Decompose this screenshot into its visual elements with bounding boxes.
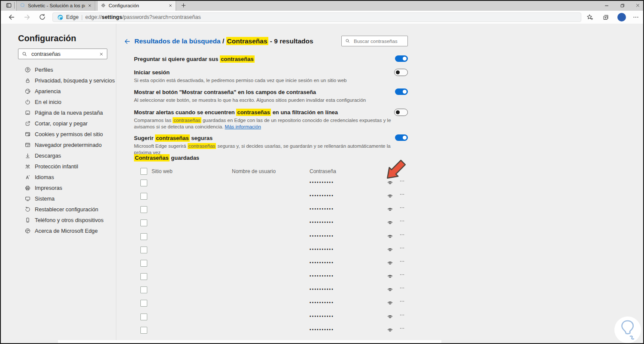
show-password-button[interactable] [386,246,394,253]
sidebar-item-en-el-inicio[interactable]: En el inicio [24,97,115,107]
forward-button[interactable] [23,13,31,21]
collections-button[interactable] [602,13,610,21]
row-checkbox[interactable] [140,233,147,240]
row-checkbox[interactable] [140,206,147,213]
toggle-save-passwords[interactable] [395,55,408,62]
sidebar-item-descargas[interactable]: Descargas [24,150,115,161]
row-more-button[interactable] [399,245,405,253]
row-more-button[interactable] [399,271,405,279]
search-icon [345,38,350,44]
sidebar-item-apariencia[interactable]: Apariencia [24,86,115,97]
browser-menu-button[interactable] [632,13,640,21]
back-to-settings-button[interactable] [124,38,131,45]
row-checkbox[interactable] [140,314,147,320]
password-mask: •••••••••• [310,314,334,319]
sidebar-item-teléfono-y-otros-dispositivos[interactable]: Teléfono y otros dispositivos [24,215,115,225]
row-more-button[interactable] [399,258,405,266]
row-checkbox[interactable] [140,286,147,293]
show-password-button[interactable] [386,299,394,306]
password-mask: •••••••••• [310,287,334,292]
sidebar-item-acerca-de-microsoft-edge[interactable]: Acerca de Microsoft Edge [24,225,115,236]
password-mask: •••••••••• [310,300,334,305]
tab-configuracion[interactable]: Configuración [97,0,176,11]
sidebar-item-restablecer-configuración[interactable]: Restablecer configuración [24,204,115,215]
password-search-box[interactable] [341,36,408,46]
page-title: Configuración [18,33,76,43]
monitor-icon [24,195,31,202]
row-more-button[interactable] [399,191,405,199]
row-more-button[interactable] [399,298,405,306]
clear-search-icon[interactable] [99,52,104,57]
row-checkbox[interactable] [140,260,147,267]
row-more-button[interactable] [399,285,405,292]
row-more-button[interactable] [399,218,405,225]
show-password-button[interactable] [386,272,394,280]
show-password-button[interactable] [386,259,394,266]
row-checkbox[interactable] [140,219,147,226]
row-more-button[interactable] [399,325,405,333]
close-icon[interactable] [168,3,173,8]
address-bar[interactable]: Edge | edge://settings/passwords?search=… [52,12,581,22]
settings-search-box[interactable] [18,49,107,59]
show-password-button[interactable] [386,286,394,293]
sidebar-item-navegador-predeterminado[interactable]: Navegador predeterminado [24,140,115,150]
show-password-button[interactable] [386,219,394,226]
annotation-arrow [383,154,410,181]
favorites-add-button[interactable] [586,13,594,21]
show-password-button[interactable] [386,205,394,213]
refresh-icon [39,13,46,21]
new-tab-button[interactable] [180,2,187,9]
toggle-suggest-passwords[interactable] [395,134,408,141]
sidebar-item-perfiles[interactable]: Perfiles [24,64,115,75]
setting-description: Al seleccionar este botón, se muestra lo… [134,97,392,104]
show-password-button[interactable] [386,313,394,320]
setting-description: Microsoft Edge sugerirá contraseñas segu… [134,143,392,156]
minimize-button[interactable] [599,0,614,11]
close-icon [635,3,641,8]
restore-button[interactable] [615,0,630,11]
profile-avatar[interactable] [617,13,626,21]
row-checkbox[interactable] [140,327,147,334]
sidebar-item-privacidad-búsqueda-y-servicios[interactable]: Privacidad, búsqueda y servicios [24,75,115,86]
row-more-button[interactable] [399,231,405,239]
row-more-button[interactable] [399,312,405,320]
password-row: •••••••••• [134,323,409,337]
sidebar-item-sistema[interactable]: Sistema [24,193,115,204]
setting-title: Mostrar el botón "Mostrar contraseña" en… [134,89,409,95]
close-icon[interactable] [88,3,92,8]
row-checkbox[interactable] [140,193,147,200]
eye-icon [386,313,394,320]
sidebar-item-página-de-la-nueva-pestaña[interactable]: Página de la nueva pestaña [24,107,115,118]
show-password-button[interactable] [386,192,394,199]
sidebar-item-impresoras[interactable]: Impresoras [24,183,115,193]
tab-actions-button[interactable] [5,2,12,9]
toggle-leak-alerts[interactable] [394,109,408,116]
settings-search-input[interactable] [30,51,96,58]
close-window-button[interactable] [630,0,644,11]
row-checkbox[interactable] [140,247,147,253]
more-info-link[interactable]: Más información [225,124,261,129]
password-row: •••••••••• [134,216,409,229]
row-checkbox[interactable] [140,180,147,186]
row-checkbox[interactable] [140,300,147,307]
show-password-button[interactable] [386,326,394,333]
password-search-input[interactable] [353,38,404,44]
share-icon [24,120,31,127]
select-all-checkbox[interactable] [140,168,147,175]
toggle-reveal-button[interactable] [395,88,408,95]
refresh-button[interactable] [39,13,46,21]
row-checkbox[interactable] [140,273,147,280]
tab-solvetic[interactable]: Solvetic - Solución a los problem [16,0,95,11]
column-username: Nombre de usuario [232,168,276,174]
site-badge-label: Edge [66,14,79,20]
toggle-sign-in[interactable] [394,69,408,76]
back-button[interactable] [8,13,15,21]
breadcrumb-link[interactable]: Resultados de la búsqueda [134,37,221,45]
sidebar-item-protección-infantil[interactable]: Protección infantil [24,161,115,172]
more-icon [399,258,405,265]
sidebar-item-cookies-y-permisos-del-sitio[interactable]: Cookies y permisos del sitio [24,129,115,140]
sidebar-item-cortar-copiar-y-pegar[interactable]: Cortar, copiar y pegar [24,118,115,129]
row-more-button[interactable] [399,204,405,212]
sidebar-item-idiomas[interactable]: Idiomas [24,172,115,183]
show-password-button[interactable] [386,232,394,240]
